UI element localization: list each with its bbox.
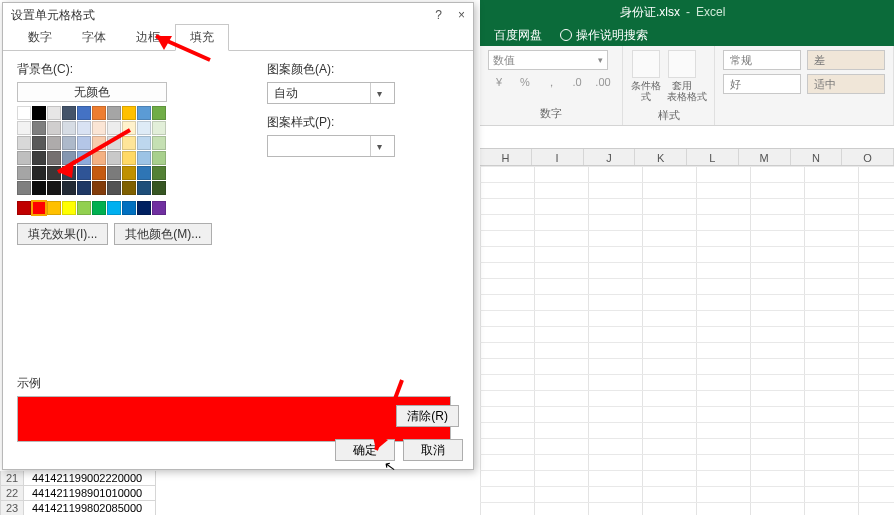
color-swatch[interactable]: [122, 181, 136, 195]
color-swatch[interactable]: [137, 136, 151, 150]
color-swatch[interactable]: [77, 166, 91, 180]
color-swatch[interactable]: [77, 121, 91, 135]
color-swatch[interactable]: [47, 106, 61, 120]
cell[interactable]: 441421198901010000: [24, 486, 156, 501]
column-header[interactable]: I: [532, 149, 584, 165]
color-swatch[interactable]: [32, 166, 46, 180]
color-swatch[interactable]: [122, 166, 136, 180]
color-swatch[interactable]: [152, 181, 166, 195]
color-swatch[interactable]: [137, 201, 151, 215]
color-swatch[interactable]: [152, 201, 166, 215]
color-swatch[interactable]: [47, 201, 61, 215]
color-swatch[interactable]: [62, 121, 76, 135]
color-swatch[interactable]: [107, 151, 121, 165]
cell-style-bad[interactable]: 差: [807, 50, 885, 70]
table-format-button[interactable]: 套用 表格格式: [667, 50, 697, 106]
color-swatch[interactable]: [107, 166, 121, 180]
tell-me[interactable]: 操作说明搜索: [560, 27, 648, 44]
color-swatch[interactable]: [92, 136, 106, 150]
percent-btn[interactable]: %: [514, 72, 536, 92]
color-swatch[interactable]: [47, 151, 61, 165]
color-swatch[interactable]: [32, 106, 46, 120]
color-swatch[interactable]: [62, 181, 76, 195]
color-swatch[interactable]: [92, 166, 106, 180]
color-swatch[interactable]: [137, 106, 151, 120]
tab-border[interactable]: 边框: [121, 24, 175, 51]
fill-effects-button[interactable]: 填充效果(I)...: [17, 223, 108, 245]
color-swatch[interactable]: [152, 106, 166, 120]
color-swatch[interactable]: [137, 121, 151, 135]
inc-dec-btn[interactable]: .0: [566, 72, 588, 92]
color-swatch[interactable]: [62, 201, 76, 215]
color-swatch[interactable]: [32, 121, 46, 135]
baidu-pan-tab[interactable]: 百度网盘: [494, 27, 542, 44]
color-swatch[interactable]: [62, 151, 76, 165]
color-swatch[interactable]: [107, 181, 121, 195]
color-swatch[interactable]: [122, 121, 136, 135]
column-header[interactable]: H: [480, 149, 532, 165]
color-swatch[interactable]: [152, 121, 166, 135]
currency-btn[interactable]: ¥: [488, 72, 510, 92]
color-swatch[interactable]: [77, 136, 91, 150]
column-header[interactable]: N: [791, 149, 843, 165]
color-swatch[interactable]: [17, 151, 31, 165]
color-swatch[interactable]: [17, 166, 31, 180]
color-swatch[interactable]: [62, 106, 76, 120]
color-swatch[interactable]: [107, 136, 121, 150]
column-header[interactable]: O: [842, 149, 894, 165]
color-swatch[interactable]: [47, 181, 61, 195]
color-swatch[interactable]: [77, 106, 91, 120]
row-header[interactable]: 21: [0, 471, 24, 486]
tab-font[interactable]: 字体: [67, 24, 121, 51]
clear-button[interactable]: 清除(R): [396, 405, 459, 427]
pattern-style-select[interactable]: [267, 135, 395, 157]
color-swatch[interactable]: [152, 166, 166, 180]
color-swatch[interactable]: [92, 106, 106, 120]
row-header[interactable]: 23: [0, 501, 24, 515]
color-swatch[interactable]: [32, 201, 46, 215]
color-swatch[interactable]: [17, 106, 31, 120]
color-swatch[interactable]: [122, 151, 136, 165]
color-swatch[interactable]: [77, 151, 91, 165]
color-swatch[interactable]: [92, 151, 106, 165]
cell-style-good[interactable]: 好: [723, 74, 801, 94]
color-swatch[interactable]: [122, 106, 136, 120]
worksheet-grid[interactable]: [480, 166, 894, 515]
color-swatch[interactable]: [17, 121, 31, 135]
dec-dec-btn[interactable]: .00: [592, 72, 614, 92]
column-header[interactable]: J: [584, 149, 636, 165]
color-swatch[interactable]: [137, 166, 151, 180]
cell[interactable]: 441421199002220000: [24, 471, 156, 486]
row-header[interactable]: 22: [0, 486, 24, 501]
cell[interactable]: 441421199802085000: [24, 501, 156, 515]
color-swatch[interactable]: [62, 136, 76, 150]
color-swatch[interactable]: [77, 201, 91, 215]
color-swatch[interactable]: [152, 136, 166, 150]
color-swatch[interactable]: [122, 136, 136, 150]
color-swatch[interactable]: [17, 136, 31, 150]
column-header[interactable]: M: [739, 149, 791, 165]
column-header[interactable]: K: [635, 149, 687, 165]
tab-fill[interactable]: 填充: [175, 24, 229, 51]
color-swatch[interactable]: [62, 166, 76, 180]
color-swatch[interactable]: [107, 201, 121, 215]
color-swatch[interactable]: [92, 181, 106, 195]
help-button[interactable]: ?: [435, 8, 442, 22]
color-swatch[interactable]: [47, 136, 61, 150]
conditional-format-button[interactable]: 条件格式: [631, 50, 661, 106]
other-colors-button[interactable]: 其他颜色(M)...: [114, 223, 212, 245]
color-swatch[interactable]: [77, 181, 91, 195]
color-swatch[interactable]: [107, 121, 121, 135]
column-header[interactable]: L: [687, 149, 739, 165]
color-swatch[interactable]: [107, 106, 121, 120]
color-swatch[interactable]: [92, 201, 106, 215]
close-button[interactable]: ×: [458, 8, 465, 22]
color-swatch[interactable]: [47, 166, 61, 180]
tab-number[interactable]: 数字: [13, 24, 67, 51]
color-swatch[interactable]: [47, 121, 61, 135]
color-swatch[interactable]: [152, 151, 166, 165]
no-color-button[interactable]: 无颜色: [17, 82, 167, 102]
cell-style-neutral[interactable]: 适中: [807, 74, 885, 94]
cancel-button[interactable]: 取消: [403, 439, 463, 461]
color-swatch[interactable]: [32, 181, 46, 195]
